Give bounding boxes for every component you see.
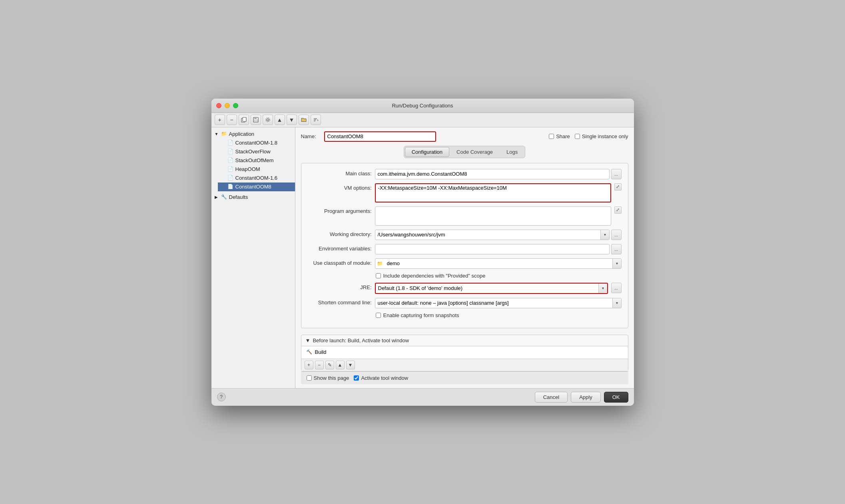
vm-options-expand-button[interactable]: ⤢ — [614, 183, 622, 190]
shorten-cmd-input[interactable] — [375, 298, 612, 308]
build-item-label: Build — [315, 349, 327, 355]
tab-code-coverage[interactable]: Code Coverage — [450, 147, 499, 157]
ok-button[interactable]: OK — [604, 392, 628, 403]
tree-item-constantoom18[interactable]: 📄 ConstantOOM-1.8 — [218, 139, 295, 147]
tree-item-heapoom[interactable]: 📄 HeapOOM — [218, 165, 295, 174]
tree-item-stackoverflow[interactable]: 📄 StackOverFlow — [218, 147, 295, 156]
tab-configuration[interactable]: Configuration — [405, 147, 449, 157]
show-page-checkbox[interactable] — [307, 375, 312, 381]
copy-button[interactable] — [239, 115, 249, 125]
env-vars-browse-button[interactable]: ... — [611, 244, 622, 254]
remove-button[interactable]: − — [227, 115, 237, 125]
build-icon: 🔨 — [306, 349, 313, 355]
vm-options-input[interactable] — [375, 183, 611, 202]
name-input[interactable] — [324, 131, 436, 142]
jre-browse-button[interactable]: ... — [611, 283, 622, 293]
name-row: Name: Share Single instance only — [301, 131, 628, 142]
program-args-input[interactable] — [375, 206, 611, 226]
include-deps-row: Include dependencies with "Provided" sco… — [308, 273, 622, 279]
jre-dropdown-highlighted: ▾ — [375, 283, 608, 294]
before-launch-remove-button[interactable]: − — [315, 361, 324, 369]
include-deps-checkbox[interactable] — [376, 273, 381, 278]
minimize-button[interactable] — [225, 103, 230, 108]
activate-window-label: Activate tool window — [354, 375, 408, 381]
classpath-row: Use classpath of module: 📁 ▾ — [308, 258, 622, 269]
working-dir-arrow[interactable]: ▾ — [600, 230, 609, 240]
shorten-cmd-label: Shorten command line: — [308, 298, 372, 306]
down-button[interactable]: ▼ — [287, 115, 297, 125]
settings-button[interactable] — [263, 115, 273, 125]
save-button[interactable] — [251, 115, 261, 125]
jre-dropdown-arrow[interactable]: ▾ — [598, 284, 607, 293]
close-button[interactable] — [216, 103, 221, 108]
before-launch-down-button[interactable]: ▼ — [346, 361, 355, 369]
maximize-button[interactable] — [233, 103, 238, 108]
capture-snapshots-row: Enable capturing form snapshots — [308, 312, 622, 318]
working-dir-field: ▾ ... — [375, 230, 622, 240]
main-class-field: ... — [375, 169, 622, 179]
application-group-label: Application — [229, 131, 293, 137]
tree-item-stackoutofmem[interactable]: 📄 StackOutOfMem — [218, 156, 295, 165]
main-class-browse-button[interactable]: ... — [611, 169, 622, 179]
env-vars-input[interactable] — [375, 244, 610, 254]
help-button[interactable]: ? — [217, 393, 226, 401]
config-icon-5: 📄 — [227, 175, 234, 181]
env-vars-field: ... — [375, 244, 622, 254]
tab-logs[interactable]: Logs — [500, 147, 524, 157]
tree-application-group[interactable]: ▼ 📁 Application — [211, 130, 295, 139]
tree-defaults-group[interactable]: ▶ 🔧 Defaults — [211, 193, 295, 202]
svg-rect-3 — [254, 117, 257, 119]
before-launch-content: 🔨 Build — [301, 346, 628, 359]
before-launch-up-button[interactable]: ▲ — [336, 361, 345, 369]
shorten-cmd-dropdown: ▾ — [375, 298, 622, 308]
activate-window-checkbox[interactable] — [354, 375, 359, 381]
tree-children: 📄 ConstantOOM-1.8 📄 StackOverFlow 📄 Stac… — [211, 139, 295, 191]
working-dir-input[interactable] — [375, 230, 600, 240]
share-checkbox[interactable] — [549, 134, 554, 139]
window-controls — [216, 103, 238, 108]
classpath-dropdown: 📁 ▾ — [375, 258, 622, 269]
tree-item-constantoom8[interactable]: 📄 ConstantOOM8 — [218, 183, 295, 191]
svg-rect-4 — [254, 120, 258, 122]
working-dir-browse-button[interactable]: ... — [611, 230, 622, 240]
working-dir-row: Working directory: ▾ ... — [308, 230, 622, 240]
before-launch-edit-button[interactable]: ✎ — [325, 361, 334, 369]
before-launch-arrow: ▼ — [305, 337, 311, 343]
application-folder-icon: 📁 — [221, 131, 227, 137]
right-panel: Name: Share Single instance only Configu… — [295, 127, 634, 388]
jre-input[interactable] — [376, 284, 598, 293]
jre-row: JRE: ▾ ... — [308, 283, 622, 294]
single-instance-checkbox[interactable] — [575, 134, 580, 139]
bottom-section: Show this page Activate tool window — [301, 371, 628, 384]
before-launch-section: ▼ Before launch: Build, Activate tool wi… — [301, 335, 628, 371]
svg-rect-1 — [243, 117, 246, 121]
cancel-button[interactable]: Cancel — [535, 392, 568, 403]
shorten-cmd-arrow[interactable]: ▾ — [612, 298, 621, 308]
folder-button[interactable] — [299, 115, 309, 125]
program-args-row: Program arguments: ⤢ — [308, 206, 622, 226]
tree-item-constantoom16[interactable]: 📄 ConstantOOM-1.6 — [218, 174, 295, 183]
sort-button[interactable] — [311, 115, 321, 125]
left-panel: ▼ 📁 Application 📄 ConstantOOM-1.8 📄 Stac… — [211, 127, 295, 388]
footer: ? Cancel Apply OK — [211, 388, 634, 406]
name-label: Name: — [301, 133, 321, 139]
env-vars-row: Environment variables: ... — [308, 244, 622, 254]
up-button[interactable]: ▲ — [275, 115, 285, 125]
tab-bar: Configuration Code Coverage Logs — [404, 146, 526, 158]
module-folder-icon: 📁 — [377, 261, 383, 266]
add-button[interactable]: + — [215, 115, 225, 125]
classpath-input[interactable] — [385, 259, 612, 268]
config-icon-2: 📄 — [227, 149, 234, 155]
defaults-label: Defaults — [229, 194, 293, 200]
apply-button[interactable]: Apply — [571, 392, 601, 403]
sort-icon — [313, 117, 319, 123]
classpath-label: Use classpath of module: — [308, 258, 372, 266]
footer-left: ? — [217, 393, 226, 401]
main-class-input[interactable] — [375, 169, 610, 179]
program-args-expand-button[interactable]: ⤢ — [614, 206, 622, 214]
working-dir-label: Working directory: — [308, 230, 372, 237]
capture-snapshots-checkbox[interactable] — [376, 313, 381, 318]
toolbar: + − ▲ ▼ — [211, 113, 634, 127]
before-launch-add-button[interactable]: + — [305, 361, 313, 369]
classpath-arrow[interactable]: ▾ — [612, 259, 621, 268]
